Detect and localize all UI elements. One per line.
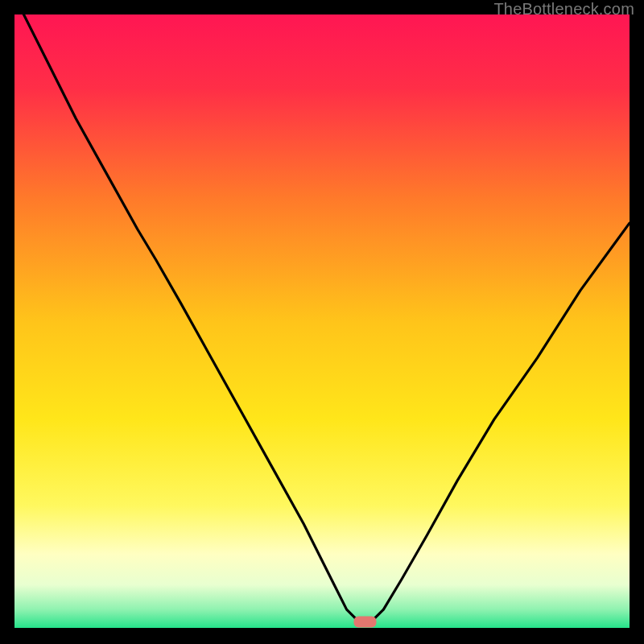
optimum-marker bbox=[354, 616, 377, 627]
chart-frame: TheBottleneck.com bbox=[0, 0, 644, 644]
plot-area bbox=[14, 14, 630, 628]
gradient-background bbox=[14, 14, 630, 628]
chart-svg bbox=[14, 14, 630, 628]
